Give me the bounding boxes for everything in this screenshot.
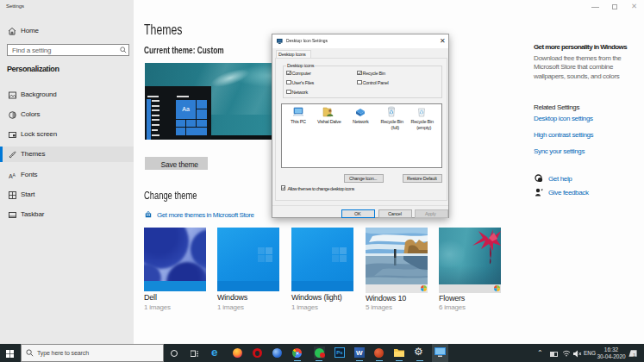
svg-text:A: A	[13, 172, 16, 178]
